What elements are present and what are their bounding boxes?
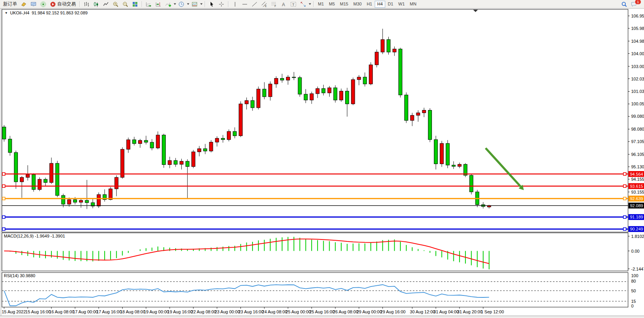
candle[interactable]	[198, 149, 201, 152]
candle[interactable]	[339, 91, 343, 100]
new-chart-icon[interactable]	[19, 0, 28, 8]
trendline-icon[interactable]	[250, 0, 259, 8]
candle[interactable]	[405, 95, 408, 121]
timeframe-m1-button[interactable]: M1	[316, 1, 326, 8]
candle[interactable]	[221, 138, 225, 140]
candle[interactable]	[168, 161, 172, 165]
timeframe-mn-button[interactable]: MN	[407, 1, 419, 8]
timeframe-h4-button[interactable]: H4	[375, 1, 385, 8]
candle[interactable]	[115, 177, 118, 189]
candle[interactable]	[310, 94, 313, 100]
text-icon[interactable]: A	[279, 0, 288, 8]
line-handle-right[interactable]	[623, 228, 626, 231]
search-icon[interactable]	[619, 0, 629, 8]
market-watch-icon[interactable]	[29, 0, 38, 8]
candle[interactable]	[416, 113, 420, 115]
candle[interactable]	[280, 79, 284, 80]
candle[interactable]	[209, 142, 213, 151]
candle[interactable]	[351, 80, 355, 104]
vline-icon[interactable]	[230, 0, 240, 8]
candle[interactable]	[67, 200, 71, 204]
candle[interactable]	[44, 179, 47, 182]
candle[interactable]	[233, 131, 237, 136]
candle[interactable]	[227, 131, 231, 140]
candle[interactable]	[186, 161, 189, 166]
indicators-dropdown-caret[interactable]	[174, 3, 176, 5]
candle[interactable]	[239, 104, 242, 136]
candle[interactable]	[8, 139, 12, 152]
candle[interactable]	[381, 40, 384, 52]
auto-scroll-icon[interactable]	[144, 0, 153, 8]
candle[interactable]	[333, 88, 337, 100]
signals-icon[interactable]	[39, 0, 48, 8]
candle[interactable]	[156, 135, 160, 148]
chart-shift-icon[interactable]	[154, 0, 163, 8]
templates-icon[interactable]	[190, 0, 199, 8]
line-handle-right[interactable]	[623, 173, 626, 175]
candle[interactable]	[20, 177, 24, 182]
symbol-dropdown-icon[interactable]: ▼	[5, 11, 8, 15]
candle[interactable]	[346, 91, 349, 104]
rsi-panel[interactable]	[2, 273, 628, 307]
candle[interactable]	[398, 49, 402, 95]
candle[interactable]	[132, 140, 136, 143]
indicators-icon[interactable]	[163, 0, 173, 8]
candle[interactable]	[79, 200, 83, 202]
line-handle-right[interactable]	[623, 185, 626, 187]
candle[interactable]	[38, 179, 41, 189]
candle[interactable]	[263, 89, 266, 97]
candle[interactable]	[316, 89, 319, 94]
candle[interactable]	[428, 110, 432, 140]
candle[interactable]	[150, 142, 154, 148]
chart-canvas[interactable]: 106.955105.980104.980104.005103.005102.0…	[0, 0, 644, 318]
bar-chart-icon[interactable]	[82, 0, 91, 8]
candle[interactable]	[97, 195, 100, 206]
candle[interactable]	[121, 149, 124, 177]
autotrade-button[interactable]: 自动交易	[48, 0, 77, 8]
line-handle-left[interactable]	[2, 228, 5, 231]
candle[interactable]	[363, 77, 367, 84]
candle[interactable]	[328, 88, 331, 93]
candle[interactable]	[369, 65, 372, 84]
fibonacci-icon[interactable]: F	[269, 0, 279, 8]
templates-dropdown-caret[interactable]	[200, 3, 203, 5]
candle[interactable]	[434, 140, 438, 164]
candle[interactable]	[452, 165, 455, 166]
line-handle-left[interactable]	[2, 173, 5, 175]
tile-windows-icon[interactable]	[130, 0, 140, 8]
candle[interactable]	[274, 79, 278, 84]
candle[interactable]	[215, 138, 219, 142]
label-icon[interactable]: T	[289, 0, 298, 8]
candle[interactable]	[26, 175, 30, 177]
candle[interactable]	[174, 161, 177, 164]
candle[interactable]	[458, 164, 461, 166]
candle[interactable]	[61, 196, 65, 204]
candle[interactable]	[286, 77, 290, 80]
candle[interactable]	[298, 78, 302, 94]
candle[interactable]	[126, 140, 130, 149]
zoom-in-icon[interactable]	[111, 0, 120, 8]
candle[interactable]	[50, 163, 53, 182]
candle[interactable]	[245, 101, 248, 104]
timeframe-d1-button[interactable]: D1	[386, 1, 396, 8]
timeframe-m30-button[interactable]: M30	[351, 1, 364, 8]
timeframe-m15-button[interactable]: M15	[338, 1, 351, 8]
candle[interactable]	[470, 175, 473, 192]
zoom-out-icon[interactable]	[121, 0, 130, 8]
candle[interactable]	[304, 94, 307, 100]
line-handle-right[interactable]	[623, 197, 626, 200]
candle[interactable]	[257, 89, 260, 108]
candle[interactable]	[292, 77, 296, 78]
candle[interactable]	[440, 143, 444, 164]
new-order-button[interactable]: 新订单	[2, 0, 19, 8]
candlestick-chart-icon[interactable]	[91, 0, 101, 8]
candle[interactable]	[357, 77, 361, 80]
candle[interactable]	[251, 101, 254, 108]
channel-icon[interactable]: E	[260, 0, 269, 8]
timeframe-m5-button[interactable]: M5	[326, 1, 337, 8]
line-chart-icon[interactable]	[101, 0, 111, 8]
candle[interactable]	[446, 143, 449, 165]
candle[interactable]	[322, 89, 325, 93]
candle[interactable]	[2, 127, 6, 139]
periods-icon[interactable]	[177, 0, 186, 8]
